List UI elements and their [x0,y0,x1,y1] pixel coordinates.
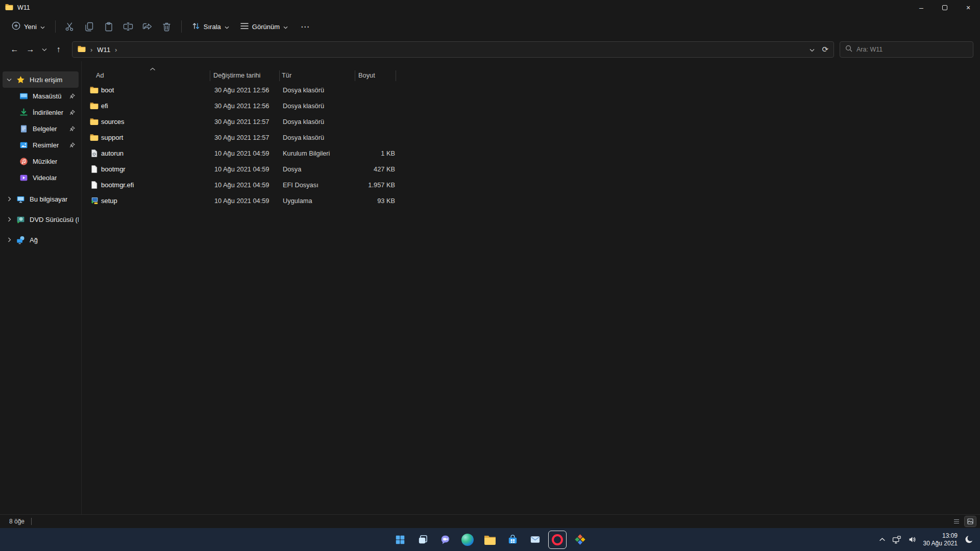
forward-button[interactable]: → [22,41,38,58]
sort-button[interactable]: Sırala [186,18,235,35]
photos-icon [574,534,586,545]
folder-icon [90,86,99,94]
sidebar-item-videos[interactable]: Videolar [3,169,79,186]
toolbar-separator [55,20,56,33]
mail-icon [529,534,541,545]
display-network-icon [892,536,901,544]
column-header-name[interactable]: Ad [96,71,104,79]
file-row-support[interactable]: support 30 Ağu 2021 12:57 Dosya klasörü [83,130,974,145]
chevron-collapsed-icon[interactable] [3,237,16,242]
column-header-date[interactable]: Değiştirme tarihi [213,71,260,79]
file-row-autorun[interactable]: autorun 10 Ağu 2021 04:59 Kurulum Bilgil… [83,145,974,161]
chevron-collapsed-icon[interactable] [3,196,16,202]
folder-icon [90,117,99,126]
taskbar-clock[interactable]: 13:09 30 Ağu 2021 [923,532,958,547]
windows-logo-icon [395,534,406,545]
pin-icon [69,126,75,133]
edge-button[interactable] [457,530,478,550]
opera-icon [552,534,563,545]
chat-icon [439,534,451,545]
pin-icon [69,142,75,149]
status-separator [31,518,32,525]
address-dropdown-icon[interactable] [810,45,815,54]
photos-button[interactable] [570,530,590,550]
large-icons-view-icon [967,518,974,525]
store-button[interactable] [502,530,523,550]
new-button[interactable]: Yeni [6,18,51,35]
copy-button[interactable] [80,18,99,35]
plus-circle-icon [12,21,20,32]
sidebar-item-network[interactable]: Ağ [3,232,79,248]
column-header-size[interactable]: Boyut [358,71,375,79]
back-button[interactable]: ← [7,41,22,58]
setup-application-icon [90,196,99,205]
chevron-collapsed-icon[interactable] [3,217,16,222]
maximize-button[interactable] [933,0,957,15]
command-bar: Yeni Sırala [0,15,980,38]
delete-button[interactable] [157,18,177,35]
sidebar-item-quick-access[interactable]: Hızlı erişim [3,71,79,88]
edge-icon [461,534,474,546]
search-box[interactable] [840,41,973,58]
chevron-expanded-icon[interactable] [3,78,16,82]
chevron-down-icon [225,23,229,31]
sidebar-item-this-pc[interactable]: Bu bilgisayar [3,191,79,207]
rename-button[interactable] [118,18,138,35]
breadcrumb-item[interactable]: W11 [97,46,110,54]
file-row-bootmgr-efi[interactable]: bootmgr.efi 10 Ağu 2021 04:59 EFI Dosyas… [83,177,974,193]
view-button[interactable]: Görünüm [235,18,293,35]
scissors-icon [65,22,75,32]
file-row-efi[interactable]: efi 30 Ağu 2021 12:56 Dosya klasörü [83,98,974,114]
sidebar-item-music[interactable]: Müzikler [3,153,79,169]
folder-icon [90,102,99,110]
sort-arrows-icon [192,22,200,32]
file-row-sources[interactable]: sources 30 Ağu 2021 12:57 Dosya klasörü [83,114,974,130]
store-icon [507,534,519,545]
minimize-button[interactable]: – [910,0,933,15]
toolbar-separator [181,20,182,33]
recent-locations-button[interactable] [38,41,51,58]
file-row-bootmgr[interactable]: bootmgr 10 Ağu 2021 04:59 Dosya 427 KB [83,161,974,177]
task-view-button[interactable] [412,530,433,550]
tray-overflow-button[interactable] [879,537,886,542]
sidebar-item-pictures[interactable]: Resimler [3,137,79,153]
refresh-icon[interactable]: ⟳ [822,45,828,54]
sidebar-item-dvd-drive[interactable]: DVD Sürücüsü (D:) C [3,211,79,228]
search-input[interactable] [856,46,968,53]
file-row-setup[interactable]: setup 10 Ağu 2021 04:59 Uygulama 93 KB [83,193,974,209]
focus-assist-icon[interactable] [964,535,974,544]
sidebar-item-desktop[interactable]: Masaüstü [3,88,79,104]
music-icon [19,157,28,166]
large-icons-view-button[interactable] [965,516,976,527]
file-row-boot[interactable]: boot 30 Ağu 2021 12:56 Dosya klasörü [83,82,974,98]
cut-button[interactable] [60,18,80,35]
paste-button[interactable] [99,18,118,35]
network-status-icon[interactable] [892,536,901,544]
folder-icon [78,45,86,54]
up-button[interactable]: ↑ [51,41,66,58]
opera-button[interactable] [547,530,568,550]
window-title: W11 [17,4,30,11]
close-button[interactable]: × [957,0,980,15]
file-icon [90,181,99,189]
share-button[interactable] [138,18,157,35]
sidebar-item-documents[interactable]: Belgeler [3,120,79,137]
mail-button[interactable] [525,530,545,550]
start-button[interactable] [390,530,410,550]
details-view-button[interactable] [951,516,962,527]
column-header-type[interactable]: Tür [282,71,291,79]
breadcrumb-separator[interactable]: › [115,46,117,54]
breadcrumb-bar[interactable]: › W11 › ⟳ [72,41,834,58]
volume-icon[interactable] [908,536,917,543]
chat-button[interactable] [435,530,455,550]
more-options-button[interactable]: ⋯ [296,18,315,35]
chevron-up-icon [879,537,886,542]
star-icon [16,75,25,84]
clipboard-icon [104,22,113,32]
maximize-icon [942,5,947,10]
view-lines-icon [240,22,249,31]
sidebar-item-downloads[interactable]: İndirilenler [3,104,79,120]
videos-icon [19,173,28,182]
file-explorer-icon [484,534,496,545]
file-explorer-button[interactable] [480,530,500,550]
